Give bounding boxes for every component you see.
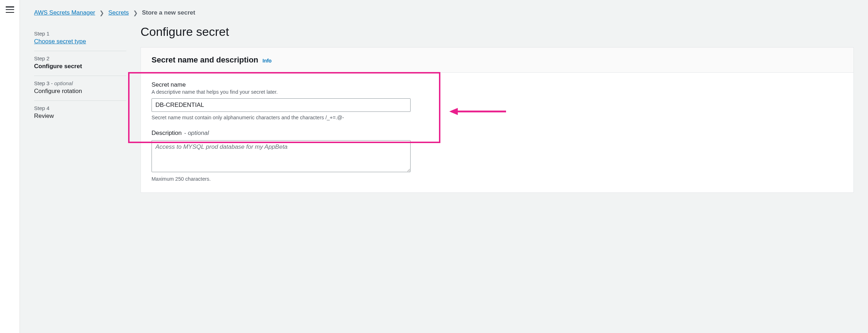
menu-toggle[interactable] bbox=[6, 6, 14, 13]
breadcrumb: AWS Secrets Manager ❯ Secrets ❯ Store a … bbox=[20, 0, 868, 19]
chevron-right-icon: ❯ bbox=[133, 10, 138, 16]
secret-name-helper: A descriptive name that helps you find y… bbox=[152, 89, 843, 95]
step-label: Step 3 - optional bbox=[34, 80, 126, 86]
secret-name-constraint: Secret name must contain only alphanumer… bbox=[152, 115, 843, 120]
secret-name-input[interactable] bbox=[152, 98, 411, 112]
breadcrumb-current: Store a new secret bbox=[142, 9, 195, 16]
step-choose-secret-type[interactable]: Choose secret type bbox=[34, 38, 126, 45]
description-label: Description - optional bbox=[152, 130, 843, 137]
breadcrumb-root[interactable]: AWS Secrets Manager bbox=[34, 9, 95, 16]
secret-name-panel: Secret name and description Info Secret … bbox=[141, 47, 854, 193]
breadcrumb-parent[interactable]: Secrets bbox=[108, 9, 129, 16]
step-label: Step 2 bbox=[34, 55, 126, 61]
chevron-right-icon: ❯ bbox=[99, 10, 104, 16]
info-link[interactable]: Info bbox=[263, 58, 272, 64]
step-label: Step 1 bbox=[34, 31, 126, 37]
panel-heading: Secret name and description bbox=[152, 55, 258, 65]
wizard-steps: Step 1 Choose secret type Step 2 Configu… bbox=[34, 23, 126, 193]
step-number: Step 3 bbox=[34, 80, 49, 86]
description-optional-tag: - optional bbox=[184, 130, 209, 136]
step-review: Review bbox=[34, 113, 126, 120]
page-title: Configure secret bbox=[141, 25, 854, 39]
secret-name-label: Secret name bbox=[152, 81, 843, 88]
step-configure-rotation: Configure rotation bbox=[34, 88, 126, 95]
step-configure-secret: Configure secret bbox=[34, 63, 126, 70]
description-input[interactable] bbox=[152, 140, 411, 172]
description-label-text: Description bbox=[152, 130, 182, 136]
description-constraint: Maximum 250 characters. bbox=[152, 176, 843, 182]
step-optional-tag: - optional bbox=[49, 80, 73, 86]
step-label: Step 4 bbox=[34, 105, 126, 111]
